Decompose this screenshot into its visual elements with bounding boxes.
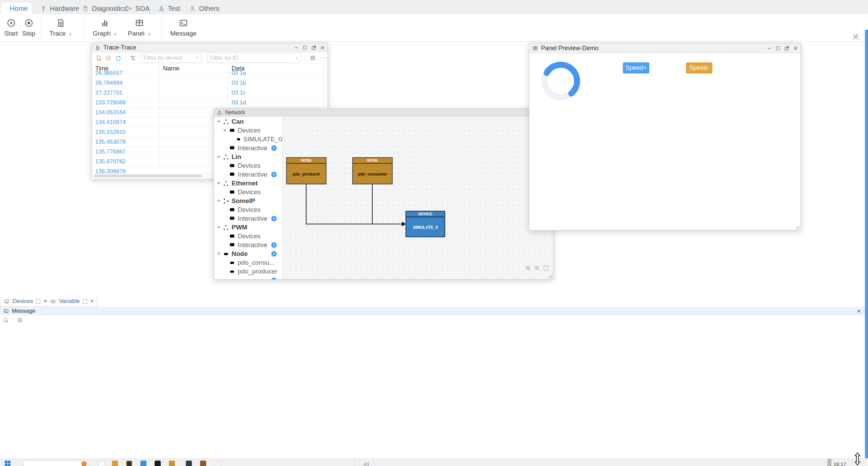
graph-menu-button[interactable]: Graph ∨ [91, 18, 119, 37]
table-row[interactable]: 27.227701 03 1c [92, 88, 323, 98]
canvas-device-simulate-0[interactable]: DEVICE SIMULATE_0 [406, 211, 445, 237]
chevron-down-icon[interactable] [217, 253, 220, 255]
chevron-down-icon[interactable] [217, 200, 220, 202]
chevron-down-icon[interactable] [223, 129, 226, 131]
zoom-out-icon[interactable] [534, 265, 540, 271]
speed-minus-button[interactable]: Speed- [686, 62, 712, 74]
taskbar-app-icon[interactable] [140, 461, 146, 466]
chevron-down-icon[interactable] [217, 182, 220, 184]
taskbar-app-icon[interactable] [112, 461, 118, 466]
add-button[interactable]: + [271, 242, 277, 248]
tree-item-pdo-producer[interactable]: pdo_producer [214, 267, 282, 276]
tree-item-someip-interactive[interactable]: Interactive + [214, 214, 282, 223]
tab-test[interactable]: Test [154, 3, 184, 14]
panel-window-titlebar[interactable]: Panel Preview-Demo [529, 43, 801, 53]
tree-item-pwm-devices[interactable]: Devices [214, 232, 282, 241]
popout-icon[interactable] [311, 45, 317, 50]
message-panel-header[interactable]: Message × [0, 307, 868, 315]
add-button[interactable]: + [271, 145, 277, 151]
minimize-icon[interactable] [293, 45, 299, 50]
clear-log-icon[interactable] [3, 317, 8, 323]
tree-item-lin-interactive[interactable]: Interactive + [214, 170, 282, 179]
table-row[interactable]: 26.365557 03 1a [92, 73, 323, 78]
fit-view-icon[interactable] [543, 265, 549, 271]
unpin-icon[interactable] [852, 33, 860, 41]
zoom-in-icon[interactable] [525, 265, 531, 271]
network-window-titlebar[interactable]: Network [214, 109, 553, 117]
filter-clear-icon[interactable] [130, 55, 136, 61]
tree-item-someip[interactable]: SomeIP [214, 197, 282, 205]
taskbar-app-icon[interactable] [155, 461, 161, 466]
maximize-icon[interactable] [83, 299, 87, 304]
tree-item-pdo-consumer[interactable]: pdo_consu... [214, 258, 282, 267]
taskbar-app-icon[interactable] [169, 461, 175, 466]
close-icon[interactable]: × [857, 308, 861, 315]
table-row[interactable]: 133.729068 03 1d [92, 98, 323, 108]
add-button[interactable]: + [271, 216, 277, 221]
tree-item-node[interactable]: Node + [214, 249, 282, 258]
tree-item-can[interactable]: Can [214, 117, 282, 126]
close-icon[interactable] [320, 45, 326, 50]
new-record-icon[interactable] [96, 55, 102, 61]
resize-handle[interactable] [549, 275, 552, 279]
tab-others[interactable]: Others [185, 3, 223, 14]
start-button[interactable]: Start [3, 18, 19, 37]
trace-window-titlebar[interactable]: Trace-Trace [92, 43, 328, 52]
tab-soa[interactable]: SOA [121, 3, 154, 14]
close-icon[interactable] [793, 45, 798, 51]
refresh-icon[interactable] [115, 55, 121, 61]
popout-icon[interactable] [784, 45, 790, 51]
filter-by-device-select[interactable]: Filter by device ∨ [140, 53, 202, 63]
add-button[interactable]: + [271, 172, 277, 177]
scrollbar-thumb[interactable] [94, 175, 202, 177]
resize-handle[interactable] [796, 226, 800, 229]
tree-item-partial[interactable]: + [214, 276, 282, 279]
taskbar-clock[interactable]: 16:17 [833, 461, 846, 466]
tab-home[interactable]: Home [1, 3, 32, 14]
taskbar-app-icon[interactable] [200, 461, 206, 466]
maximize-icon[interactable] [775, 45, 781, 51]
windows-start-button[interactable] [5, 461, 11, 466]
canvas-node-pdo-producer[interactable]: NODE pdo_producer [286, 157, 327, 184]
tree-item-lin[interactable]: Lin [214, 153, 282, 161]
taskbar-app-icon[interactable] [214, 461, 221, 466]
speed-plus-button[interactable]: Speed+ [623, 62, 649, 74]
tree-item-ethernet[interactable]: Ethernet [214, 179, 282, 188]
close-icon[interactable]: × [90, 298, 94, 305]
taskbar-app-icon[interactable] [98, 461, 105, 466]
filter-by-id-select[interactable]: Filter by ID ∨ [207, 53, 301, 63]
chevron-down-icon[interactable] [217, 226, 220, 228]
pause-icon[interactable] [105, 55, 112, 61]
chevron-down-icon[interactable] [217, 121, 220, 123]
panel-menu-button[interactable]: Panel ∨ [126, 18, 153, 37]
more-options-button[interactable]: ··· [320, 55, 328, 61]
devices-panel-tab[interactable]: Devices × [0, 296, 51, 307]
tree-item-pwm[interactable]: PWM [214, 223, 282, 232]
tree-item-can-interactive[interactable]: Interactive + [214, 144, 282, 153]
save-icon[interactable] [17, 317, 23, 323]
save-icon[interactable] [310, 55, 316, 61]
maximize-icon[interactable] [302, 45, 308, 50]
tree-item-ethernet-devices[interactable]: Devices [214, 188, 282, 197]
taskbar-app-icon[interactable] [126, 461, 132, 466]
add-button[interactable]: + [271, 278, 277, 279]
tree-item-can-devices[interactable]: Devices [214, 126, 282, 135]
chevron-down-icon[interactable] [217, 156, 220, 158]
trace-menu-button[interactable]: Trace ∨ [47, 18, 74, 37]
variable-panel-tab[interactable]: Variable × [46, 296, 97, 307]
maximize-icon[interactable] [36, 299, 40, 304]
tree-item-simulate-0[interactable]: SIMULATE_0 [214, 135, 282, 144]
tree-item-lin-devices[interactable]: Devices [214, 161, 282, 170]
canvas-node-pdo-consumer[interactable]: NODE pdo_consumer [352, 157, 393, 184]
tree-item-someip-devices[interactable]: Devices [214, 205, 282, 214]
stop-button[interactable]: Stop [21, 18, 36, 37]
add-button[interactable]: + [271, 251, 277, 257]
taskbar-app-icon[interactable] [186, 461, 192, 466]
taskbar-search-input[interactable] [23, 460, 88, 466]
table-row[interactable]: 26.784894 03 1b [92, 78, 323, 88]
network-canvas[interactable]: NODE pdo_producer NODE pdo_consumer DEVI… [282, 117, 553, 279]
tab-hardware[interactable]: Hardware [36, 3, 83, 14]
minimize-icon[interactable] [766, 45, 772, 51]
message-button[interactable]: Message [168, 18, 199, 37]
tree-item-pwm-interactive[interactable]: Interactive + [214, 241, 282, 249]
